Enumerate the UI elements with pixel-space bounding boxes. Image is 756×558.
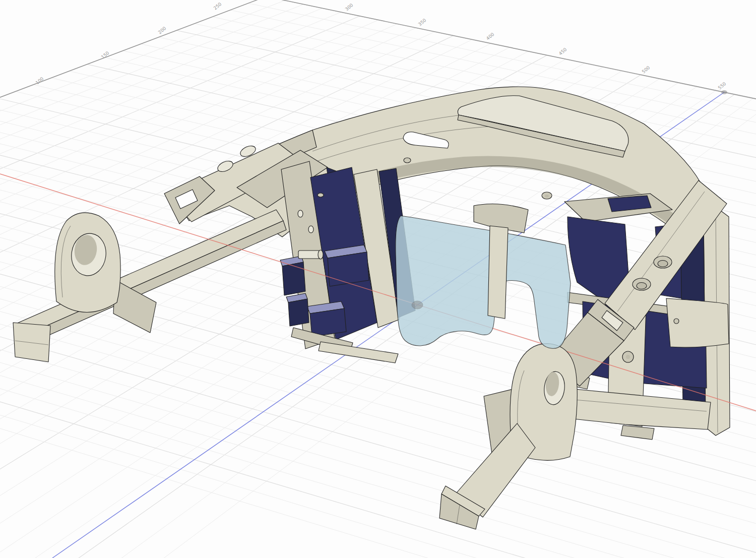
pin-cylinder xyxy=(298,251,321,259)
grid-ruler-label: 450 xyxy=(558,47,568,56)
grid-ruler-label: 350 xyxy=(417,18,427,27)
model-visor[interactable] xyxy=(396,216,571,348)
screw xyxy=(674,319,679,324)
tray-tab xyxy=(621,425,654,440)
side-connector xyxy=(288,299,309,326)
module-foot-bar xyxy=(319,342,398,363)
grid-ruler-label: 500 xyxy=(641,65,651,75)
visor-shield xyxy=(396,216,571,348)
origin-marker xyxy=(412,301,423,309)
grid-ruler-label: 250 xyxy=(213,2,223,11)
grid-ruler-label: 400 xyxy=(485,32,495,41)
grid-ruler-label: 100 xyxy=(35,76,45,86)
grid-ruler-label: 300 xyxy=(344,3,354,12)
screw-hole xyxy=(318,193,324,197)
screw-hole xyxy=(404,158,411,163)
model-right-arm[interactable] xyxy=(439,423,535,529)
left-arm-end-cap xyxy=(13,323,50,362)
cad-viewport-canvas[interactable]: 100150200250300350400450500550 xyxy=(0,0,756,558)
nose-bridge-strip xyxy=(488,226,508,319)
side-connector xyxy=(282,262,305,295)
frame-hole xyxy=(308,226,313,233)
grid-ruler-labels: 100150200250300350400450500550 xyxy=(35,2,727,91)
frame-hole xyxy=(298,210,303,217)
connector-front xyxy=(328,252,369,286)
connector-front xyxy=(310,308,346,337)
grid-border-lines xyxy=(0,0,756,99)
grid-ruler-label: 200 xyxy=(157,26,167,35)
grid-ruler-label: 550 xyxy=(717,81,727,91)
